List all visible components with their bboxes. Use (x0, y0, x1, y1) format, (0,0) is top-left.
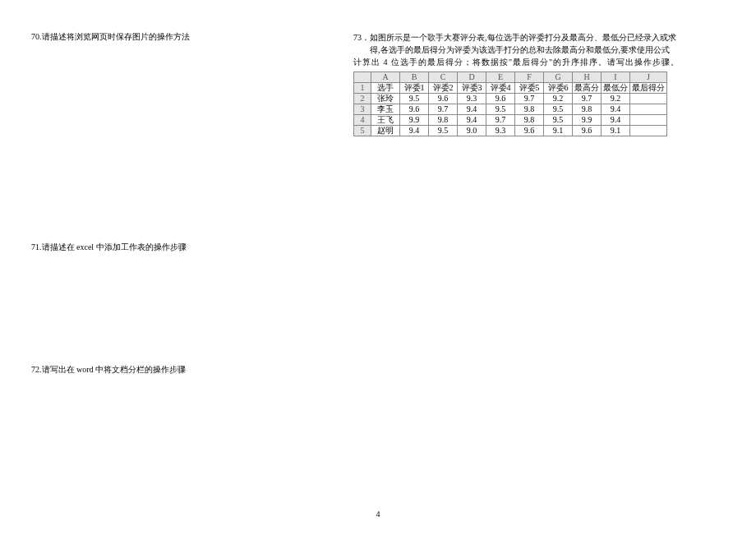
rownum-5: 5 (354, 126, 371, 136)
score-cell: 9.5 (544, 115, 573, 126)
score-cell: 9.9 (573, 115, 602, 126)
score-cell: 9.4 (458, 115, 486, 126)
score-cell: 9.6 (573, 126, 602, 136)
col-G: G (544, 72, 573, 83)
col-B: B (400, 72, 429, 83)
score-cell: 9.8 (515, 104, 544, 115)
rownum-1: 1 (354, 83, 371, 94)
header-row: 1 选手 评委1 评委2 评委3 评委4 评委5 评委6 最高分 最低分 最后得… (354, 83, 667, 94)
rownum-3: 3 (354, 104, 371, 115)
score-cell: 9.7 (429, 104, 458, 115)
q73-line3: 计算出 4 位选手的最后得分；将数据按"最后得分"的升序排序。请写出操作步骤。 (353, 56, 744, 68)
table-row: 2 张玲 9.5 9.6 9.3 9.6 9.7 9.2 9.7 9.2 (354, 94, 667, 104)
score-cell: 9.0 (458, 126, 486, 136)
score-cell: 9.6 (400, 104, 429, 115)
score-cell: 9.8 (573, 104, 602, 115)
name-cell: 王飞 (371, 115, 400, 126)
col-J: J (630, 72, 667, 83)
score-cell: 9.6 (429, 94, 458, 104)
score-cell: 9.3 (486, 126, 515, 136)
score-cell: 9.4 (400, 126, 429, 136)
q73-line1: 73．如图所示是一个歌手大赛评分表,每位选手的评委打分及最高分、最低分已经录入或… (353, 31, 744, 44)
score-cell: 9.8 (429, 115, 458, 126)
question-70: 70.请描述将浏览网页时保存图片的操作方法 (31, 31, 343, 43)
score-cell: 9.9 (400, 115, 429, 126)
score-cell: 9.6 (515, 126, 544, 136)
col-C: C (429, 72, 458, 83)
header-cell: 评委1 (400, 83, 429, 94)
score-cell (630, 126, 667, 136)
col-I: I (602, 72, 630, 83)
score-cell: 9.4 (602, 104, 630, 115)
score-cell: 9.5 (429, 126, 458, 136)
header-cell: 最后得分 (630, 83, 667, 94)
col-E: E (486, 72, 515, 83)
score-table: A B C D E F G H I J 1 选手 评委1 评委2 评委3 评委4… (353, 71, 667, 136)
score-cell: 9.7 (573, 94, 602, 104)
score-cell (630, 104, 667, 115)
header-cell: 最低分 (602, 83, 630, 94)
score-cell: 9.7 (486, 115, 515, 126)
question-71: 71.请描述在 excel 中添加工作表的操作步骤 (31, 242, 343, 253)
score-cell: 9.5 (544, 104, 573, 115)
score-cell: 9.4 (602, 115, 630, 126)
rownum-2: 2 (354, 94, 371, 104)
header-cell: 评委4 (486, 83, 515, 94)
col-F: F (515, 72, 544, 83)
col-letter-row: A B C D E F G H I J (354, 72, 667, 83)
header-cell: 最高分 (573, 83, 602, 94)
question-72: 72.请写出在 word 中将文档分栏的操作步骤 (31, 364, 343, 376)
rownum-4: 4 (354, 115, 371, 126)
score-cell: 9.8 (515, 115, 544, 126)
col-H: H (573, 72, 602, 83)
table-row: 3 李玉 9.6 9.7 9.4 9.5 9.8 9.5 9.8 9.4 (354, 104, 667, 115)
score-cell: 9.2 (544, 94, 573, 104)
header-cell: 评委5 (515, 83, 544, 94)
col-D: D (458, 72, 486, 83)
corner-cell (354, 72, 371, 83)
col-A: A (371, 72, 400, 83)
table-row: 5 赵明 9.4 9.5 9.0 9.3 9.6 9.1 9.6 9.1 (354, 126, 667, 136)
score-cell: 9.7 (515, 94, 544, 104)
score-cell (630, 94, 667, 104)
q73-line2: 得,各选手的最后得分为评委为该选手打分的总和去除最高分和最低分,要求使用公式 (353, 44, 744, 56)
header-cell: 评委2 (429, 83, 458, 94)
name-cell: 赵明 (371, 126, 400, 136)
header-cell: 评委6 (544, 83, 573, 94)
score-cell: 9.5 (486, 104, 515, 115)
score-cell: 9.1 (602, 126, 630, 136)
score-cell: 9.3 (458, 94, 486, 104)
score-cell (630, 115, 667, 126)
score-cell: 9.4 (458, 104, 486, 115)
question-73: 73．如图所示是一个歌手大赛评分表,每位选手的评委打分及最高分、最低分已经录入或… (353, 31, 744, 68)
header-cell: 选手 (371, 83, 400, 94)
score-cell: 9.1 (544, 126, 573, 136)
score-cell: 9.2 (602, 94, 630, 104)
name-cell: 张玲 (371, 94, 400, 104)
table-row: 4 王飞 9.9 9.8 9.4 9.7 9.8 9.5 9.9 9.4 (354, 115, 667, 126)
score-cell: 9.5 (400, 94, 429, 104)
page-number: 4 (0, 510, 756, 519)
score-cell: 9.6 (486, 94, 515, 104)
header-cell: 评委3 (458, 83, 486, 94)
name-cell: 李玉 (371, 104, 400, 115)
